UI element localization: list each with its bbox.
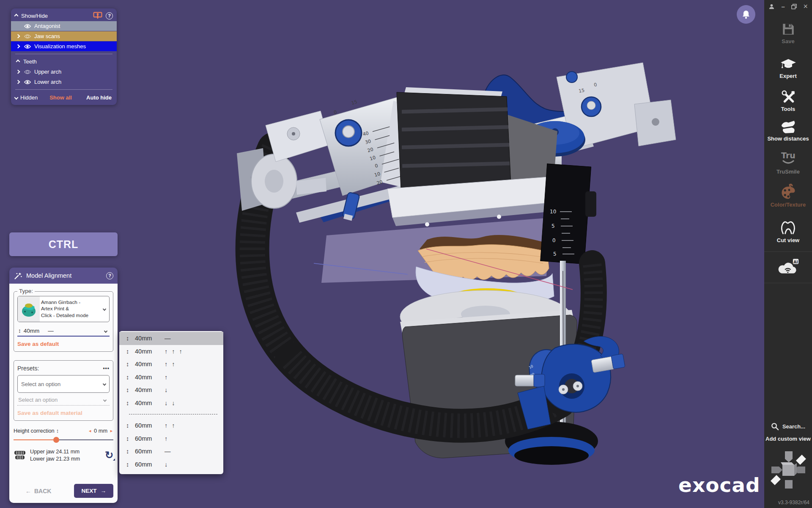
expand-icon[interactable] (16, 34, 20, 39)
dropdown-option[interactable]: ↕ 60mm— (119, 445, 223, 458)
dropdown-option[interactable]: ↕ 40mm— (119, 332, 223, 345)
slider-handle[interactable] (53, 437, 59, 443)
svg-text:5: 5 (553, 251, 557, 257)
svg-text:15: 15 (351, 99, 358, 106)
articulator-thumbnail (18, 296, 40, 322)
eye-dim-icon[interactable] (24, 69, 31, 75)
eye-visible-icon[interactable] (24, 44, 31, 49)
expand-icon[interactable] (16, 80, 20, 84)
material-placeholder: Select an option (18, 397, 58, 403)
divider (15, 54, 112, 54)
exocad-logo: exocad (678, 473, 760, 497)
minimize-button[interactable]: – (781, 3, 785, 10)
layer-row-antagonist[interactable]: Antagonist (11, 21, 117, 31)
svg-text:Tru: Tru (781, 151, 796, 160)
dropdown-option[interactable]: ↕ 40mm↑ ↑ ↑ (119, 345, 223, 358)
tools-icon (781, 90, 796, 104)
collapse-icon (14, 14, 19, 18)
help-icon[interactable]: ? (106, 272, 113, 279)
material-select[interactable]: Select an option (17, 395, 110, 406)
jaw-icon (14, 450, 26, 460)
sidebar-item-cut-view[interactable]: Cut view (764, 219, 812, 244)
sidebar-item-cloud-ai[interactable]: AI (764, 257, 812, 276)
user-icon[interactable] (768, 3, 775, 10)
auto-hide-button[interactable]: Auto hide (86, 94, 112, 101)
sidebar-item-show-distances[interactable]: Show distances (764, 120, 812, 142)
pin-height-select[interactable]: ↕ 40mm — (17, 326, 110, 337)
right-sidebar: – × Save Expert (764, 0, 812, 508)
dropdown-option[interactable]: ↕ 60mm↑ ↑ (119, 419, 223, 432)
teeth-section-title: Teeth (23, 58, 37, 65)
layer-row-lower-arch[interactable]: Lower arch (11, 77, 117, 87)
layer-row-jaw-scans[interactable]: Jaw scans (11, 31, 117, 41)
preset-placeholder: Select an option (21, 381, 60, 387)
sidebar-search[interactable]: Search... (764, 422, 812, 431)
dropdown-option[interactable]: ↕ 40mm↓ ↓ (119, 397, 223, 410)
palette-icon (780, 184, 797, 200)
updown-icon: ↕ (126, 448, 132, 455)
eye-dim-icon[interactable] (24, 34, 31, 39)
ctrl-key-overlay: CTRL (9, 232, 118, 256)
updown-icon: ↕ (126, 422, 132, 429)
dropdown-option[interactable]: ↕ 40mm↑ (119, 371, 223, 384)
graduation-cap-icon (780, 58, 796, 71)
restore-icon[interactable] (791, 4, 797, 9)
touch-display-icon[interactable] (93, 12, 102, 19)
sidebar-item-tools[interactable]: Tools (764, 90, 812, 113)
sidebar-item-expert[interactable]: Expert (764, 58, 812, 80)
dropdown-option[interactable]: ↕ 60mm↑ (119, 432, 223, 445)
upper-jaw-value: Upper jaw 24.11 mm (30, 448, 80, 455)
view-cube-widget[interactable] (764, 448, 812, 492)
eye-visible-icon[interactable] (24, 24, 31, 29)
layer-row-upper-arch[interactable]: Upper arch (11, 67, 117, 77)
decrement-button[interactable]: ◄ (88, 429, 92, 433)
show-hide-panel: Show/Hide ? Antagonist Jaw scans Vi (11, 8, 117, 105)
floppy-icon (781, 22, 796, 36)
eye-visible-icon[interactable] (24, 80, 31, 85)
notification-bell-button[interactable] (737, 5, 755, 24)
dropdown-option[interactable]: ↕ 40mm↓ (119, 384, 223, 397)
view-cube-icon (768, 448, 809, 492)
layer-row-visualization-meshes[interactable]: Visualization meshes (11, 41, 117, 51)
save-as-default-button[interactable]: Save as default (17, 341, 110, 347)
updown-icon: ↕ (126, 400, 132, 406)
type-fieldset: Type: Amann Girrbach - Artex Print & (14, 291, 113, 352)
layer-label: Jaw scans (34, 33, 60, 39)
dropdown-option[interactable]: ↕ 60mm↓ (119, 458, 223, 471)
panel-title: Model Alignment (26, 272, 102, 279)
show-all-button[interactable]: Show all (49, 94, 72, 101)
expand-icon[interactable] (16, 70, 20, 74)
preset-select[interactable]: Select an option (17, 375, 110, 393)
distances-jaws-icon (780, 120, 797, 134)
show-hide-header[interactable]: Show/Hide ? (11, 11, 117, 21)
presets-legend: Presets: (17, 365, 39, 372)
height-correction-slider[interactable] (14, 437, 113, 443)
articulator-type-select[interactable]: Amann Girrbach - Artex Print & Click - D… (17, 296, 110, 322)
application-window: artex 15 0 (0, 0, 812, 508)
teeth-section-header[interactable]: Teeth (11, 57, 117, 66)
slider-fill (14, 439, 56, 440)
chevron-down-icon (104, 329, 107, 332)
show-hide-title: Show/Hide (21, 13, 90, 19)
help-icon[interactable]: ? (106, 12, 113, 19)
close-button[interactable]: × (803, 2, 808, 11)
updown-icon: ↕ (126, 361, 132, 367)
window-controls: – × (764, 2, 812, 11)
sync-button[interactable]: ↻ (105, 450, 113, 460)
hidden-expand-icon[interactable] (14, 95, 19, 99)
search-icon (771, 422, 779, 431)
updown-icon: ↕ (126, 435, 132, 442)
increment-button[interactable]: ► (110, 429, 113, 433)
pin-height-dropdown: ↕ 40mm— ↕ 40mm↑ ↑ ↑ ↕ 40mm↑ ↑ ↕ 40mm↑ ↕ … (119, 331, 223, 474)
add-custom-view-button[interactable]: Add custom view (764, 436, 812, 442)
expand-icon[interactable] (16, 44, 20, 49)
divider (15, 89, 112, 90)
sidebar-item-trusmile: Tru TruSmile (764, 150, 812, 175)
dropdown-option[interactable]: ↕ 40mm↑ ↑ (119, 358, 223, 371)
next-button[interactable]: NEXT → (74, 484, 113, 498)
updown-icon: ↕ (126, 335, 132, 342)
svg-text:AI: AI (793, 260, 798, 264)
updown-icon: ↕ (126, 387, 132, 393)
presets-menu-button[interactable]: ••• (103, 365, 110, 371)
back-button[interactable]: ← BACK (25, 488, 51, 494)
